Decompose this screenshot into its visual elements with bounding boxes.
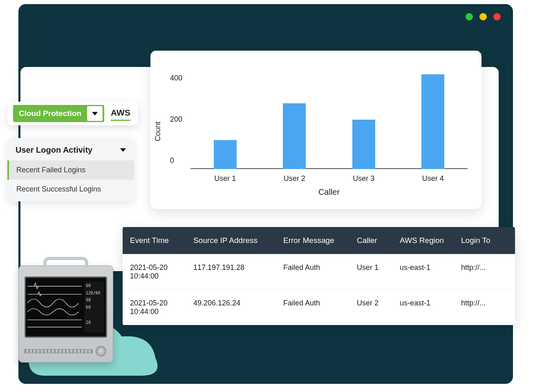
table-header-row: Event TimeSource IP AddressError Message… <box>123 227 515 254</box>
table-cell: us-east-1 <box>400 254 461 290</box>
events-table: Event TimeSource IP AddressError Message… <box>123 227 515 325</box>
table-cell: 2021-05-20 10:44:00 <box>130 290 193 325</box>
table-cell: Failed Auth <box>283 254 357 290</box>
table-column-header: Error Message <box>283 227 357 254</box>
table-cell: Failed Auth <box>283 290 357 325</box>
chart-y-axis-label: Count <box>154 122 162 141</box>
chevron-down-icon <box>87 106 103 121</box>
table-cell: http://... <box>461 290 506 325</box>
table-cell: http://... <box>461 254 506 290</box>
provider-tab-aws[interactable]: AWS <box>111 106 130 121</box>
table-column-header: Caller <box>357 227 400 254</box>
chart-y-tick: 200 <box>170 115 182 124</box>
chart-card: Count Caller 0200400User 1User 2User 3Us… <box>150 51 481 209</box>
chart-category-label: User 4 <box>422 174 444 183</box>
table-cell: User 1 <box>357 254 400 290</box>
table-cell: User 2 <box>357 290 400 325</box>
bar-chart: Count Caller 0200400User 1User 2User 3Us… <box>161 62 470 201</box>
chevron-down-icon <box>120 148 126 152</box>
chart-plot-area: Caller 0200400User 1User 2User 3User 4 <box>190 66 468 169</box>
window-minimize-button[interactable] <box>466 13 473 20</box>
chart-bar <box>214 140 237 169</box>
chart-bar <box>283 103 306 169</box>
sidebar-section-title: User Logon Activity <box>16 145 92 155</box>
sidebar-section-header[interactable]: User Logon Activity <box>7 138 134 160</box>
sidebar-item[interactable]: Recent Failed Logins <box>7 160 134 180</box>
table-cell: 117.197.191.28 <box>193 254 283 290</box>
table-row[interactable]: 2021-05-20 10:44:00117.197.191.28Failed … <box>123 254 515 290</box>
sidebar: User Logon Activity Recent Failed Logins… <box>7 138 134 201</box>
scope-selector: Cloud Protection AWS <box>7 102 138 125</box>
table-cell: us-east-1 <box>400 290 461 325</box>
svg-text:60: 60 <box>86 305 91 310</box>
window-maximize-button[interactable] <box>479 13 487 20</box>
svg-text:120/80: 120/80 <box>86 291 100 295</box>
svg-text:20: 20 <box>86 320 91 325</box>
sidebar-item[interactable]: Recent Successful Logins <box>7 180 134 199</box>
cloud-protection-label: Cloud Protection <box>14 109 86 118</box>
chart-category-label: User 3 <box>353 174 374 183</box>
cloud-protection-dropdown[interactable]: Cloud Protection <box>13 105 104 122</box>
table-row[interactable]: 2021-05-20 10:44:0049.206.126.24Failed A… <box>123 290 515 325</box>
chart-category-label: User 2 <box>284 174 305 183</box>
chart-bar <box>421 74 444 169</box>
chart-y-tick: 400 <box>170 74 182 82</box>
svg-text:98: 98 <box>86 298 91 302</box>
chart-bar <box>352 120 375 169</box>
window-controls <box>466 13 501 20</box>
table-column-header: Login To <box>461 227 506 254</box>
monitor-device-illustration: 60 120/80 98 60 20 <box>18 265 113 363</box>
svg-text:60: 60 <box>86 283 91 288</box>
chart-y-tick: 0 <box>170 156 174 165</box>
table-cell: 2021-05-20 10:44:00 <box>130 254 193 290</box>
chart-x-axis-label: Caller <box>318 187 340 197</box>
table-column-header: Event Time <box>130 227 193 254</box>
table-column-header: AWS Region <box>400 227 461 254</box>
window-close-button[interactable] <box>493 13 501 20</box>
chart-category-label: User 1 <box>214 174 236 183</box>
table-column-header: Source IP Address <box>193 227 283 254</box>
table-cell: 49.206.126.24 <box>193 290 283 325</box>
